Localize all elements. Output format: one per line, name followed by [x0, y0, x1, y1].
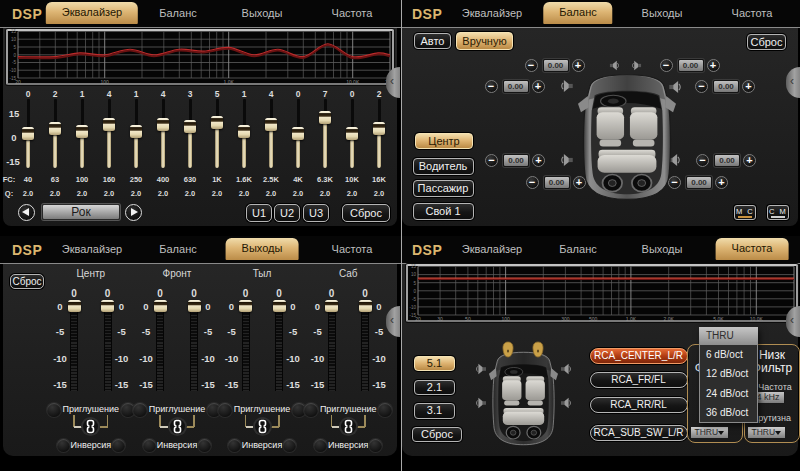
svg-text:30: 30 — [437, 316, 443, 322]
svg-text:1.0K: 1.0K — [626, 316, 637, 322]
svg-text:-10: -10 — [9, 68, 16, 73]
svg-text:-10: -10 — [409, 305, 416, 310]
svg-text:5: 5 — [13, 45, 16, 50]
svg-text:20: 20 — [15, 79, 21, 85]
svg-text:100: 100 — [101, 79, 110, 85]
svg-text:300: 300 — [561, 316, 570, 322]
svg-text:100: 100 — [501, 316, 510, 322]
svg-text:2.0K: 2.0K — [664, 316, 675, 322]
svg-text:5.0K: 5.0K — [713, 316, 724, 322]
svg-text:20: 20 — [415, 316, 421, 322]
svg-text:-15: -15 — [9, 76, 16, 81]
svg-text:-5: -5 — [12, 60, 16, 65]
svg-text:15: 15 — [11, 29, 17, 34]
svg-text:5: 5 — [413, 281, 416, 286]
svg-text:500: 500 — [589, 316, 598, 322]
svg-text:10.0K: 10.0K — [346, 79, 360, 85]
svg-text:10.0K: 10.0K — [750, 316, 764, 322]
svg-text:10: 10 — [411, 272, 417, 277]
svg-text:-5: -5 — [412, 297, 416, 302]
svg-text:50: 50 — [465, 316, 471, 322]
svg-text:10: 10 — [11, 37, 17, 42]
svg-text:-15: -15 — [409, 313, 416, 318]
svg-text:15: 15 — [411, 264, 417, 269]
svg-text:0: 0 — [13, 53, 16, 58]
svg-text:1.0K: 1.0K — [224, 79, 235, 85]
svg-text:0: 0 — [413, 289, 416, 294]
